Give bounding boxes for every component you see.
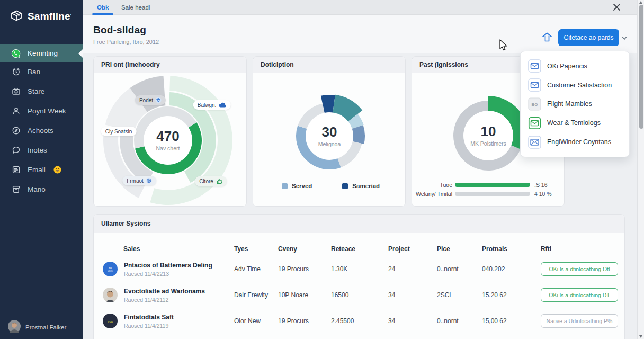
table-cell: 19 Procurs (278, 265, 331, 273)
dark-logo-avatar: eva (103, 314, 118, 328)
create-report-button[interactable]: Citetace ao pards (558, 29, 619, 46)
sidebar-item-poynt-week[interactable]: Poynt Week (0, 101, 83, 121)
table-cell: 16500 (331, 291, 388, 299)
legend-swatch (282, 183, 288, 189)
donut-label: Nav chert (156, 145, 180, 151)
chat-icon (11, 146, 21, 155)
sidebar-item-label: Kemnting (28, 49, 58, 57)
sidebar-item-inotes[interactable]: Inotes (0, 140, 83, 160)
table-cell: 34 (388, 317, 437, 325)
table-cell: 0..nornt (437, 265, 482, 273)
column-header-rftl: Rftl (541, 245, 624, 253)
table-cell: 2.45500 (331, 317, 388, 325)
scroll-up-arrow-icon[interactable] (639, 1, 642, 4)
table-section: Ullamer Sysions SalesTyesCvenyReteacePro… (93, 214, 625, 339)
chart-label-pill: Podet (135, 95, 166, 105)
column-header-protnals: Protnals (482, 245, 541, 253)
sidebar-item-label: Poynt Week (28, 107, 66, 115)
scroll-down-arrow-icon[interactable] (639, 335, 642, 338)
row-action-button[interactable]: OKi ls a dtinlocathing DT (541, 288, 618, 302)
legend-item: Served (282, 183, 312, 189)
chevron-down-icon[interactable] (621, 34, 628, 40)
donut-center-text: 30Melignoa (318, 125, 341, 147)
legend-label: Served (292, 183, 312, 189)
tab-obk[interactable]: Obk (94, 0, 112, 15)
page-subtitle: Froe Panleing, Ibro, 2012 (93, 39, 159, 45)
sidebar-item-ban[interactable]: Ban (0, 62, 83, 82)
card-title: PRI ont (imehoodry (94, 57, 246, 73)
sidebar-item-achoots[interactable]: Achoots (0, 121, 83, 140)
table-cell: 24 (388, 265, 437, 273)
scrollbar-thumb[interactable] (639, 5, 643, 129)
vertical-scrollbar[interactable] (637, 0, 644, 339)
tab-bar: Obk Sale headl (83, 0, 644, 15)
progress-track (455, 183, 530, 187)
thumb-green-icon (216, 178, 222, 185)
app-name: Samfline· (28, 11, 72, 22)
table-cell: 19 Procurs (278, 317, 331, 325)
dropdown-item-label: OKi Papencis (547, 63, 587, 70)
close-icon[interactable] (611, 2, 622, 12)
dropdown-item-label: EnglWinder Coyntans (547, 138, 611, 146)
column-header-tyes: Tyes (234, 245, 278, 253)
sidebar-item-label: Stare (28, 87, 44, 95)
row-action-button[interactable]: Naove a Udinlocathing P% (541, 314, 618, 328)
dropdown-item-label: Flight Mambies (547, 100, 592, 108)
chart-label-pill: Cltore (195, 176, 227, 186)
table-cell: 34 (388, 291, 437, 299)
donut-center-text: 470Nav chert (156, 129, 180, 151)
column-header-project: Project (388, 245, 437, 253)
row-action-button[interactable]: OKi ls a dtinlocathing Otl (541, 262, 618, 276)
progress-label: Welany/ Tmital (412, 191, 452, 197)
person-photo-avatar (103, 288, 118, 302)
sidebar-item-stare[interactable]: Stare (0, 82, 83, 101)
mail-lines-icon (11, 165, 21, 175)
svg-text:villcs: villcs (108, 270, 113, 272)
chart-label-text: Podet (139, 97, 153, 103)
column-header-reteace: Reteace (331, 245, 388, 253)
table-cell: Adv Time (234, 265, 278, 273)
dropdown-item-englwinder-coyntans[interactable]: EnglWinder Coyntans (521, 136, 629, 149)
table-cell: 2SCL (437, 291, 482, 299)
sidebar-item-mano[interactable]: Mano (0, 180, 83, 199)
card-pri-ont: PRI ont (imehoodry 470Nav chertPodetBalw… (93, 56, 247, 207)
page-header: Bod-sildag Froe Panleing, Ibro, 2012 Cit… (83, 15, 637, 53)
sidebar-item-email[interactable]: Email (0, 160, 83, 180)
chart-label-pill: Frmaot (122, 176, 156, 185)
sidebar-nav: KemntingBanStarePoynt WeekAchootsInotesE… (0, 44, 83, 199)
sidebar-item-label: Ban (28, 68, 40, 76)
sidebar-item-label: Mano (28, 185, 46, 193)
chart-label-pill: Balwgn. (193, 100, 231, 110)
svg-text:BO: BO (532, 102, 538, 107)
person-icon (11, 106, 21, 116)
svg-text:su: su (109, 266, 112, 269)
table-cell: 0..nornt (437, 317, 482, 325)
legend-item: Sameriad (342, 183, 380, 189)
whatsapp-icon (11, 49, 21, 58)
column-header-cveny: Cveny (278, 245, 331, 253)
dropdown-item-flight-mambies[interactable]: BOFlight Mambies (521, 97, 629, 111)
cloud-blue-icon (218, 102, 226, 108)
dropdown-item-oki-papencis[interactable]: OKi Papencis (521, 59, 629, 73)
table-cell: Olor New (234, 317, 278, 325)
chart-label-text: Cltore (199, 179, 213, 184)
donut-value: 10 (470, 124, 506, 139)
dropdown-item-wear-temiologs[interactable]: Wear & Temiologs (521, 117, 629, 130)
dropdown-item-customer-safistaction[interactable]: Customer Safistaction (521, 78, 629, 92)
legend-label: Sameriad (352, 183, 380, 189)
tab-sale-headl[interactable]: Sale headl (118, 0, 153, 15)
gem-blue-icon (155, 97, 162, 103)
table-row: Evoctoliatte ad WarlonamsRaoced 11/4/211… (94, 282, 624, 308)
home-upload-icon[interactable] (541, 31, 553, 43)
table-header-row: SalesTyesCvenyReteaceProjectPlceProtnals… (94, 233, 624, 256)
mail-blue-icon (528, 78, 541, 92)
table-cell: 10P Noare (278, 291, 331, 299)
table-cell: 040.202 (482, 265, 541, 273)
page-title: Bod-sildag (93, 24, 146, 36)
donut-label: MK Poistimers (470, 140, 506, 147)
mail-x-blue-icon (528, 136, 541, 149)
sidebar-user[interactable]: Prostnal Falker (0, 321, 83, 339)
app-logo: Samfline· (0, 0, 83, 34)
sidebar-item-kemnting[interactable]: Kemnting (0, 44, 83, 62)
table-cell: 15,00 62 (482, 317, 541, 325)
